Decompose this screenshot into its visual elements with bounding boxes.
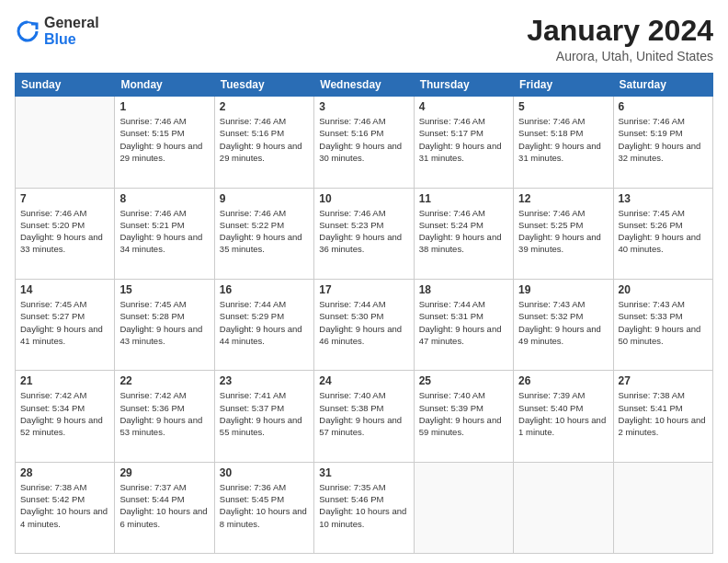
calendar-cell: 18Sunrise: 7:44 AMSunset: 5:31 PMDayligh… bbox=[414, 279, 513, 370]
day-info: Sunrise: 7:43 AMSunset: 5:33 PMDaylight:… bbox=[619, 298, 708, 347]
calendar-week-row: 14Sunrise: 7:45 AMSunset: 5:27 PMDayligh… bbox=[16, 279, 713, 370]
calendar-cell: 16Sunrise: 7:44 AMSunset: 5:29 PMDayligh… bbox=[214, 279, 313, 370]
logo: General Blue bbox=[15, 15, 99, 47]
day-number: 1 bbox=[119, 100, 209, 113]
day-number: 6 bbox=[619, 100, 708, 113]
day-info: Sunrise: 7:46 AMSunset: 5:16 PMDaylight:… bbox=[220, 115, 309, 164]
day-number: 14 bbox=[20, 283, 109, 296]
logo-general: General bbox=[44, 15, 99, 31]
calendar-cell: 9Sunrise: 7:46 AMSunset: 5:22 PMDaylight… bbox=[214, 188, 313, 279]
logo-text: General Blue bbox=[44, 15, 99, 47]
day-number: 20 bbox=[619, 283, 708, 296]
day-number: 2 bbox=[220, 100, 309, 113]
day-number: 16 bbox=[220, 283, 309, 296]
day-info: Sunrise: 7:36 AMSunset: 5:45 PMDaylight:… bbox=[220, 481, 309, 530]
calendar-cell: 21Sunrise: 7:42 AMSunset: 5:34 PMDayligh… bbox=[16, 371, 115, 462]
calendar-header-monday: Monday bbox=[115, 74, 214, 97]
day-number: 4 bbox=[419, 100, 508, 113]
day-number: 21 bbox=[20, 374, 109, 387]
day-info: Sunrise: 7:40 AMSunset: 5:39 PMDaylight:… bbox=[419, 389, 508, 438]
day-info: Sunrise: 7:44 AMSunset: 5:29 PMDaylight:… bbox=[220, 298, 309, 347]
day-number: 24 bbox=[319, 374, 408, 387]
day-info: Sunrise: 7:46 AMSunset: 5:16 PMDaylight:… bbox=[319, 115, 408, 164]
calendar-cell: 27Sunrise: 7:38 AMSunset: 5:41 PMDayligh… bbox=[613, 371, 712, 462]
day-info: Sunrise: 7:42 AMSunset: 5:34 PMDaylight:… bbox=[20, 389, 109, 438]
day-info: Sunrise: 7:46 AMSunset: 5:23 PMDaylight:… bbox=[319, 207, 408, 256]
calendar-cell: 7Sunrise: 7:46 AMSunset: 5:20 PMDaylight… bbox=[16, 188, 115, 279]
calendar-header-sunday: Sunday bbox=[16, 74, 115, 97]
day-number: 8 bbox=[119, 192, 209, 205]
calendar-cell: 14Sunrise: 7:45 AMSunset: 5:27 PMDayligh… bbox=[16, 279, 115, 370]
calendar-header-saturday: Saturday bbox=[613, 74, 712, 97]
month-title: January 2024 bbox=[527, 15, 713, 47]
day-number: 3 bbox=[319, 100, 408, 113]
calendar-week-row: 7Sunrise: 7:46 AMSunset: 5:20 PMDaylight… bbox=[16, 188, 713, 279]
day-number: 12 bbox=[518, 192, 608, 205]
day-number: 17 bbox=[319, 283, 408, 296]
day-number: 19 bbox=[518, 283, 608, 296]
calendar-cell: 30Sunrise: 7:36 AMSunset: 5:45 PMDayligh… bbox=[214, 462, 313, 553]
day-info: Sunrise: 7:44 AMSunset: 5:31 PMDaylight:… bbox=[419, 298, 508, 347]
calendar-table: SundayMondayTuesdayWednesdayThursdayFrid… bbox=[15, 73, 713, 554]
calendar-cell bbox=[16, 97, 115, 188]
day-number: 30 bbox=[220, 466, 309, 479]
calendar-cell: 3Sunrise: 7:46 AMSunset: 5:16 PMDaylight… bbox=[314, 97, 414, 188]
calendar-header-thursday: Thursday bbox=[414, 74, 513, 97]
day-number: 15 bbox=[119, 283, 209, 296]
day-info: Sunrise: 7:46 AMSunset: 5:22 PMDaylight:… bbox=[220, 207, 309, 256]
calendar-header-tuesday: Tuesday bbox=[214, 74, 313, 97]
calendar-cell: 19Sunrise: 7:43 AMSunset: 5:32 PMDayligh… bbox=[514, 279, 613, 370]
calendar-cell: 23Sunrise: 7:41 AMSunset: 5:37 PMDayligh… bbox=[214, 371, 313, 462]
calendar-cell: 15Sunrise: 7:45 AMSunset: 5:28 PMDayligh… bbox=[115, 279, 214, 370]
calendar-cell bbox=[414, 462, 513, 553]
day-number: 5 bbox=[518, 100, 608, 113]
calendar-cell: 22Sunrise: 7:42 AMSunset: 5:36 PMDayligh… bbox=[115, 371, 214, 462]
day-info: Sunrise: 7:43 AMSunset: 5:32 PMDaylight:… bbox=[518, 298, 608, 347]
calendar-cell: 25Sunrise: 7:40 AMSunset: 5:39 PMDayligh… bbox=[414, 371, 513, 462]
day-info: Sunrise: 7:44 AMSunset: 5:30 PMDaylight:… bbox=[319, 298, 408, 347]
day-number: 10 bbox=[319, 192, 408, 205]
day-info: Sunrise: 7:42 AMSunset: 5:36 PMDaylight:… bbox=[119, 389, 209, 438]
day-info: Sunrise: 7:39 AMSunset: 5:40 PMDaylight:… bbox=[518, 389, 608, 438]
day-number: 28 bbox=[20, 466, 109, 479]
day-info: Sunrise: 7:40 AMSunset: 5:38 PMDaylight:… bbox=[319, 389, 408, 438]
calendar-cell: 12Sunrise: 7:46 AMSunset: 5:25 PMDayligh… bbox=[514, 188, 613, 279]
day-info: Sunrise: 7:46 AMSunset: 5:21 PMDaylight:… bbox=[119, 207, 209, 256]
day-info: Sunrise: 7:45 AMSunset: 5:26 PMDaylight:… bbox=[619, 207, 708, 256]
day-info: Sunrise: 7:38 AMSunset: 5:42 PMDaylight:… bbox=[20, 481, 109, 530]
day-info: Sunrise: 7:45 AMSunset: 5:28 PMDaylight:… bbox=[119, 298, 209, 347]
calendar-cell: 5Sunrise: 7:46 AMSunset: 5:18 PMDaylight… bbox=[514, 97, 613, 188]
day-number: 22 bbox=[119, 374, 209, 387]
calendar-cell: 31Sunrise: 7:35 AMSunset: 5:46 PMDayligh… bbox=[314, 462, 414, 553]
calendar-cell bbox=[613, 462, 712, 553]
calendar-cell: 29Sunrise: 7:37 AMSunset: 5:44 PMDayligh… bbox=[115, 462, 214, 553]
calendar-week-row: 1Sunrise: 7:46 AMSunset: 5:15 PMDaylight… bbox=[16, 97, 713, 188]
calendar-cell: 1Sunrise: 7:46 AMSunset: 5:15 PMDaylight… bbox=[115, 97, 214, 188]
calendar-cell: 26Sunrise: 7:39 AMSunset: 5:40 PMDayligh… bbox=[514, 371, 613, 462]
day-info: Sunrise: 7:37 AMSunset: 5:44 PMDaylight:… bbox=[119, 481, 209, 530]
calendar-header-row: SundayMondayTuesdayWednesdayThursdayFrid… bbox=[16, 74, 713, 97]
day-info: Sunrise: 7:41 AMSunset: 5:37 PMDaylight:… bbox=[220, 389, 309, 438]
calendar-cell: 11Sunrise: 7:46 AMSunset: 5:24 PMDayligh… bbox=[414, 188, 513, 279]
location: Aurora, Utah, United States bbox=[527, 49, 713, 63]
title-block: January 2024 Aurora, Utah, United States bbox=[527, 15, 713, 63]
logo-icon bbox=[15, 18, 40, 44]
day-info: Sunrise: 7:46 AMSunset: 5:25 PMDaylight:… bbox=[518, 207, 608, 256]
calendar-week-row: 21Sunrise: 7:42 AMSunset: 5:34 PMDayligh… bbox=[16, 371, 713, 462]
day-number: 11 bbox=[419, 192, 508, 205]
page: General Blue January 2024 Aurora, Utah, … bbox=[0, 0, 728, 563]
day-number: 27 bbox=[619, 374, 708, 387]
calendar-cell: 17Sunrise: 7:44 AMSunset: 5:30 PMDayligh… bbox=[314, 279, 414, 370]
day-number: 23 bbox=[220, 374, 309, 387]
calendar-cell: 4Sunrise: 7:46 AMSunset: 5:17 PMDaylight… bbox=[414, 97, 513, 188]
day-info: Sunrise: 7:38 AMSunset: 5:41 PMDaylight:… bbox=[619, 389, 708, 438]
calendar-week-row: 28Sunrise: 7:38 AMSunset: 5:42 PMDayligh… bbox=[16, 462, 713, 553]
day-info: Sunrise: 7:46 AMSunset: 5:18 PMDaylight:… bbox=[518, 115, 608, 164]
day-number: 13 bbox=[619, 192, 708, 205]
day-info: Sunrise: 7:46 AMSunset: 5:24 PMDaylight:… bbox=[419, 207, 508, 256]
calendar-cell: 10Sunrise: 7:46 AMSunset: 5:23 PMDayligh… bbox=[314, 188, 414, 279]
day-number: 7 bbox=[20, 192, 109, 205]
day-info: Sunrise: 7:46 AMSunset: 5:17 PMDaylight:… bbox=[419, 115, 508, 164]
calendar-cell bbox=[514, 462, 613, 553]
calendar-cell: 13Sunrise: 7:45 AMSunset: 5:26 PMDayligh… bbox=[613, 188, 712, 279]
